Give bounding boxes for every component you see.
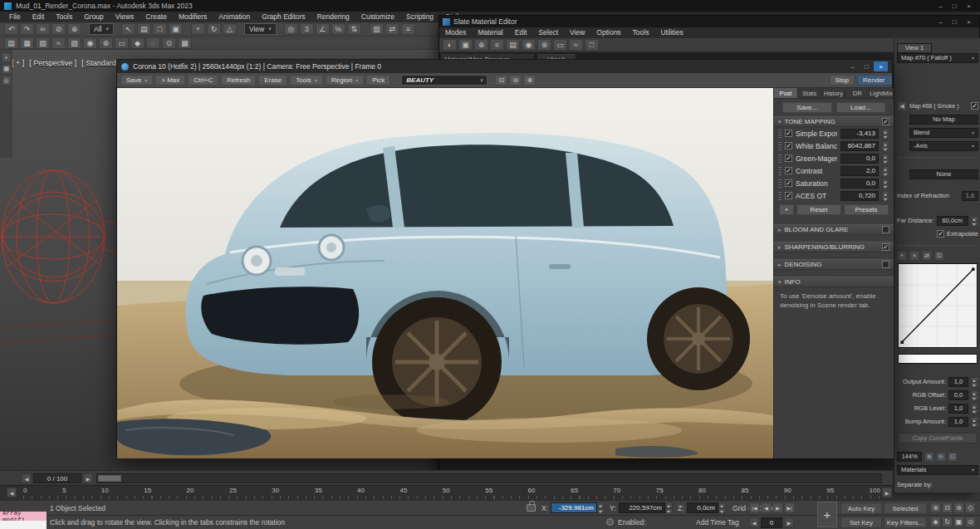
isolate-selection-icon[interactable]: ◌ — [146, 37, 160, 49]
material-editor-icon[interactable]: ◉ — [83, 37, 97, 49]
row-value-field[interactable]: 6042,867 — [840, 141, 879, 151]
tone-mapping-header[interactable]: TONE MAPPING — [774, 116, 894, 127]
row-spinner[interactable] — [882, 166, 889, 176]
slate-menu-item[interactable]: Select — [532, 27, 564, 38]
erase-button[interactable]: Erase — [258, 75, 287, 86]
go-to-end-button[interactable]: ▶| — [784, 502, 795, 513]
row-value-field[interactable]: 0,0 — [840, 179, 879, 189]
zoom-extents-icon[interactable]: ⊡ — [942, 502, 953, 513]
copy-curvepoints-button[interactable]: Copy CurvePoints — [898, 433, 978, 443]
curve-add-point-icon[interactable]: + — [897, 251, 907, 261]
set-key-big-button[interactable]: + — [817, 502, 837, 527]
pick-button[interactable]: Pick — [366, 75, 390, 86]
curve-editor-icon[interactable]: ≈ — [51, 37, 66, 49]
angle-snap-toggle-icon[interactable]: ∠ — [316, 23, 330, 35]
row-spinner[interactable] — [882, 129, 889, 139]
zoom-icon[interactable]: ⊕ — [930, 502, 941, 513]
corona-close-button[interactable]: × — [874, 61, 888, 71]
trackbar-scroll-left-button[interactable]: ◀ — [7, 487, 17, 497]
slate-render-map-icon[interactable]: ⊛ — [537, 39, 551, 51]
select-and-move-icon[interactable]: + — [191, 23, 205, 35]
undo-icon[interactable]: ↶ — [4, 23, 18, 35]
selection-lock-icon[interactable] — [527, 504, 536, 512]
redo-icon[interactable]: ↷ — [20, 23, 34, 35]
axis-dropdown[interactable]: -Axis — [909, 141, 978, 151]
parameter-spinner[interactable] — [971, 417, 978, 427]
go-to-start-button[interactable]: |◀ — [749, 502, 760, 513]
info-section-header[interactable]: INFO — [774, 277, 894, 287]
panel-zoom-field[interactable]: 144% — [897, 452, 922, 462]
edit-named-selection-sets-icon[interactable]: ▥ — [370, 23, 384, 35]
minimize-button[interactable]: – — [933, 1, 948, 11]
parameter-field[interactable]: 1,0 — [948, 417, 968, 427]
row-value-field[interactable]: 2,0 — [840, 166, 879, 176]
row-checkbox[interactable] — [785, 154, 792, 162]
row-checkbox[interactable] — [785, 192, 792, 199]
slate-minimize-button[interactable]: – — [933, 17, 948, 27]
select-object-icon[interactable]: ↖ — [121, 23, 135, 35]
add-time-tag[interactable]: Add Time Tag — [696, 518, 739, 527]
slate-maximize-button[interactable]: □ — [948, 17, 962, 27]
parameter-spinner[interactable] — [971, 404, 978, 414]
row-drag-handle[interactable] — [778, 179, 782, 188]
vfb-zoom-out-icon[interactable]: ⊖ — [509, 75, 522, 86]
toggle-ribbon-icon[interactable]: ▧ — [36, 37, 50, 49]
ior-field[interactable]: 1,6 — [962, 191, 978, 201]
auto-key-button[interactable]: Auto Key — [840, 502, 882, 514]
parameter-spinner[interactable] — [971, 390, 978, 400]
rectangular-selection-region-icon[interactable]: □ — [153, 23, 167, 35]
field-of-view-icon[interactable]: ◇ — [965, 502, 976, 513]
section-checkbox[interactable] — [882, 226, 889, 233]
reset-button[interactable]: Reset — [796, 204, 841, 215]
z-spinner[interactable] — [718, 502, 726, 513]
slate-menu-item[interactable]: Material — [473, 27, 509, 38]
render-button[interactable]: Render — [857, 75, 892, 86]
region-button[interactable]: Region — [326, 75, 364, 86]
unlink-selection-icon[interactable]: ⊘ — [51, 23, 66, 35]
previous-frame-button[interactable]: ◀ — [761, 502, 772, 513]
reference-coordinate-dropdown[interactable]: View — [244, 23, 277, 35]
menu-item[interactable]: Views — [110, 12, 140, 22]
key-mode-selected-dropdown[interactable]: Selected — [884, 502, 927, 514]
curve-delete-point-icon[interactable]: × — [909, 251, 919, 261]
selection-filter-dropdown[interactable]: All — [89, 23, 114, 35]
add-operator-button[interactable]: + — [779, 204, 794, 215]
panel-section-header[interactable]: BLOOM AND GLARE — [774, 224, 894, 235]
copy-to-clipboard-button[interactable]: Ctrl+C — [188, 75, 218, 86]
menu-item[interactable]: Customize — [355, 12, 400, 22]
dock-layers-icon[interactable]: ▦ — [2, 64, 12, 74]
arrays-icon[interactable]: ▩ — [178, 37, 192, 49]
row-value-field[interactable]: 0,0 — [840, 154, 879, 164]
dock-create-icon[interactable]: + — [2, 52, 12, 62]
slate-layout-icon[interactable]: ≡ — [490, 39, 504, 51]
section-checkbox[interactable] — [882, 261, 889, 268]
maximize-viewport-toggle-icon[interactable]: ▣ — [953, 517, 964, 527]
render-setup-icon[interactable]: ⊛ — [99, 37, 113, 49]
render-production-icon[interactable]: ◆ — [130, 37, 145, 49]
trackbar-scroll-right-button[interactable]: ▶ — [882, 487, 892, 497]
map-enable-checkbox[interactable] — [971, 102, 978, 110]
slate-menu-item[interactable]: Utilities — [654, 27, 688, 38]
toggle-layer-explorer-icon[interactable]: ▦ — [20, 37, 34, 49]
bind-to-space-warp-icon[interactable]: ⊕ — [67, 23, 81, 35]
row-drag-handle[interactable] — [778, 192, 782, 200]
play-animation-button[interactable]: ▶ — [772, 502, 783, 513]
parameter-field[interactable]: 1,0 — [948, 377, 968, 387]
previous-frame-step-button[interactable]: ◀ — [749, 517, 759, 527]
row-checkbox[interactable] — [785, 179, 792, 187]
vfb-zoom-in-icon[interactable]: ⊕ — [523, 75, 536, 86]
menu-item[interactable]: Group — [78, 12, 110, 22]
time-slider-track[interactable] — [96, 473, 882, 483]
corona-panel-tab[interactable]: Post — [774, 88, 798, 99]
select-and-rotate-icon[interactable]: ↻ — [207, 23, 221, 35]
slate-preview-icon[interactable]: ▭ — [553, 39, 567, 51]
dock-pivot-icon[interactable]: ◎ — [2, 76, 12, 86]
panel-section-header[interactable]: DENOISING — [774, 259, 894, 270]
menu-item[interactable]: Scripting — [400, 12, 439, 22]
tools-button[interactable]: Tools — [290, 75, 323, 86]
next-frame-step-button[interactable]: ▶ — [784, 517, 794, 527]
extrapolate-checkbox[interactable] — [937, 230, 944, 238]
maximize-button[interactable]: □ — [948, 1, 962, 11]
corona-maximize-button[interactable]: □ — [860, 61, 874, 71]
row-value-field[interactable]: -3,413 — [840, 129, 879, 139]
